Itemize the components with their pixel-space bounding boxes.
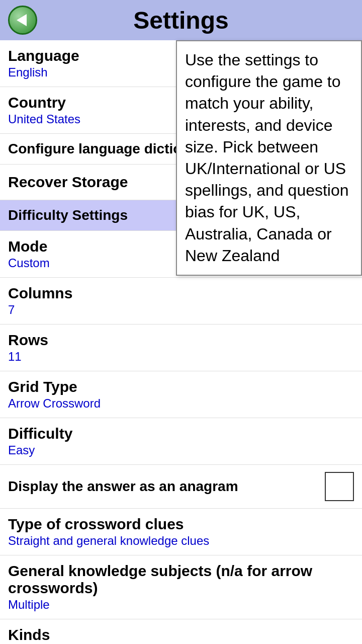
back-arrow-icon: [17, 14, 27, 26]
grid-type-label: Grid Type: [8, 378, 354, 395]
rows-label: Rows: [8, 332, 354, 349]
anagram-checkbox[interactable]: [325, 472, 354, 501]
columns-label: Columns: [8, 285, 354, 302]
clues-type-label: Type of crossword clues: [8, 516, 354, 533]
settings-content: Language English Country United States C…: [0, 40, 362, 644]
grid-type-value: Arrow Crossword: [8, 396, 354, 411]
general-knowledge-label: General knowledge subjects (n/a for arro…: [8, 562, 354, 597]
settings-item-kinds[interactable]: Kinds: [0, 619, 362, 644]
settings-item-difficulty[interactable]: Difficulty Easy: [0, 418, 362, 465]
settings-item-columns[interactable]: Columns 7: [0, 278, 362, 325]
page-title: Settings: [37, 7, 354, 34]
settings-item-rows[interactable]: Rows 11: [0, 325, 362, 371]
settings-item-clues-type[interactable]: Type of crossword clues Straight and gen…: [0, 509, 362, 555]
difficulty-label: Difficulty: [8, 425, 354, 442]
rows-value: 11: [8, 350, 354, 364]
tooltip-overlay: Use the settings to configure the game t…: [176, 40, 362, 276]
kinds-label: Kinds: [8, 626, 354, 643]
settings-item-general-knowledge[interactable]: General knowledge subjects (n/a for arro…: [0, 555, 362, 619]
clues-type-value: Straight and general knowledge clues: [8, 534, 354, 548]
app-header: Settings: [0, 0, 362, 40]
anagram-label: Display the answer as an anagram: [8, 478, 325, 495]
settings-item-grid-type[interactable]: Grid Type Arrow Crossword: [0, 371, 362, 418]
settings-item-anagram[interactable]: Display the answer as an anagram: [0, 465, 362, 509]
tooltip-text: Use the settings to configure the game t…: [185, 49, 353, 267]
back-button[interactable]: [8, 6, 37, 35]
columns-value: 7: [8, 303, 354, 317]
general-knowledge-value: Multiple: [8, 598, 354, 612]
difficulty-value: Easy: [8, 443, 354, 457]
